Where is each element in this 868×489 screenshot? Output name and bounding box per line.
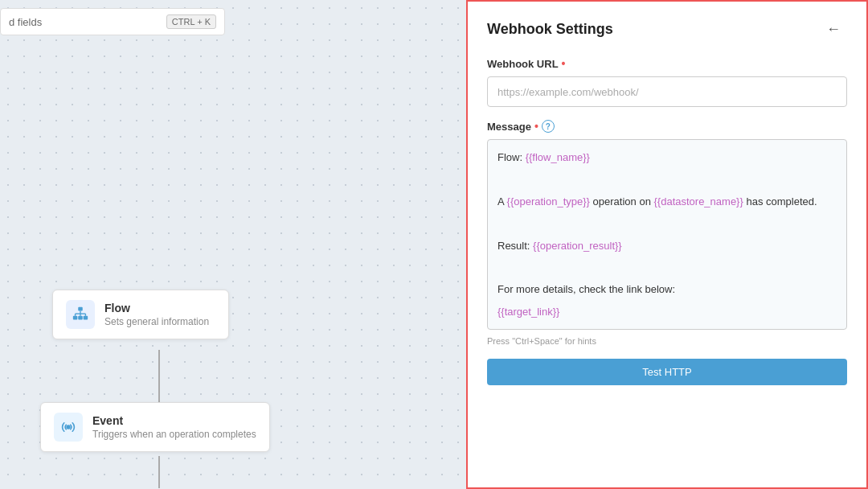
operation-type-var: {{operation_type}} [507, 195, 590, 208]
webhook-panel: Webhook Settings ← Webhook URL • Message… [466, 0, 868, 489]
msg-line-2 [497, 170, 837, 188]
search-bar[interactable]: d fields CTRL + K [0, 8, 225, 35]
flow-node[interactable]: Flow Sets general information [52, 290, 229, 339]
message-required-marker: • [534, 120, 538, 133]
message-display[interactable]: Flow: {{flow_name}} A {{operation_type}}… [487, 139, 847, 330]
datastore-name-var: {{datastore_name}} [653, 195, 743, 208]
operation-result-var: {{operation_result}} [533, 240, 622, 252]
svg-rect-3 [84, 316, 88, 320]
msg-line-1: Flow: {{flow_name}} [497, 148, 837, 166]
connector-line [158, 350, 160, 402]
svg-rect-2 [78, 316, 83, 320]
panel-header: Webhook Settings ← [487, 18, 847, 41]
url-label-text: Webhook URL [487, 58, 559, 70]
url-required-marker: • [562, 57, 566, 70]
flow-node-icon [66, 300, 95, 329]
search-shortcut: CTRL + K [166, 14, 216, 29]
event-node-icon [54, 413, 83, 442]
msg-line-5: Result: {{operation_result}} [497, 236, 837, 255]
url-field-label: Webhook URL • [487, 57, 847, 70]
svg-rect-0 [78, 307, 83, 311]
test-http-button[interactable]: Test HTTP [487, 359, 847, 385]
message-field-label: Message • ? [487, 120, 847, 133]
flow-name-var: {{flow_name}} [526, 151, 590, 163]
panel-title: Webhook Settings [487, 21, 613, 38]
hint-text: Press "Ctrl+Space" for hints [487, 336, 847, 346]
flow-node-title: Flow [104, 302, 209, 314]
msg-line-3: A {{operation_type}} operation on {{data… [497, 192, 837, 211]
event-node[interactable]: Event Triggers when an operation complet… [40, 402, 270, 452]
svg-rect-1 [73, 316, 78, 320]
msg-line-6 [497, 258, 837, 277]
flow-node-content: Flow Sets general information [104, 302, 209, 327]
url-input[interactable] [487, 76, 847, 107]
svg-point-9 [66, 425, 71, 429]
message-help-icon[interactable]: ? [542, 120, 555, 133]
message-label-text: Message [487, 121, 531, 133]
flow-node-subtitle: Sets general information [104, 316, 209, 327]
back-button[interactable]: ← [820, 18, 847, 41]
event-node-title: Event [92, 414, 256, 427]
canvas-area: d fields CTRL + K Flow Sets general info… [0, 0, 466, 489]
connector-bottom [158, 456, 160, 488]
event-node-content: Event Triggers when an operation complet… [92, 414, 256, 440]
msg-line-4 [497, 214, 837, 232]
msg-line-8: {{target_link}} [497, 302, 837, 321]
target-link-var: {{target_link}} [497, 306, 559, 318]
msg-line-7: For more details, check the link below: [497, 280, 837, 298]
search-text: d fields [9, 16, 166, 28]
event-node-subtitle: Triggers when an operation completes [92, 429, 256, 440]
